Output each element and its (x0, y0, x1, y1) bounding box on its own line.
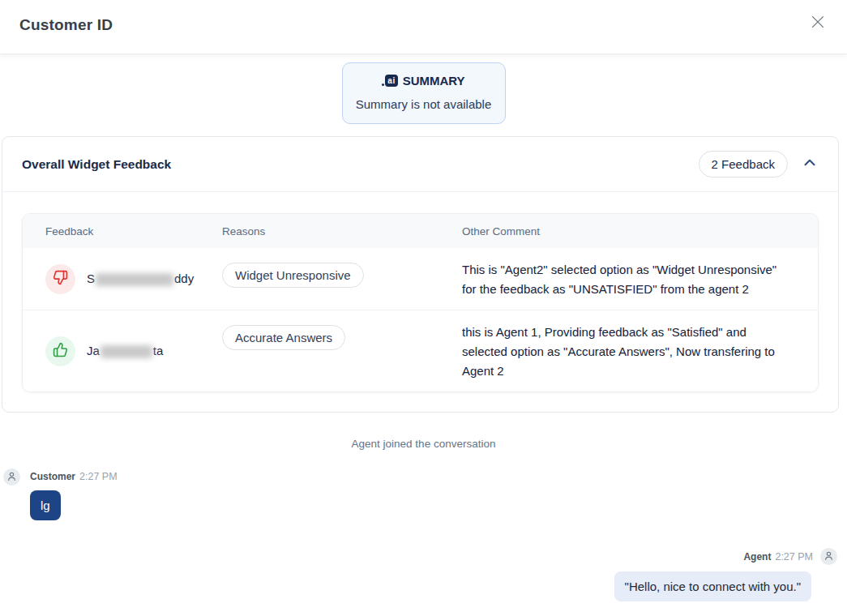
agent-message: Agent 2:27 PM "Hello, nice to connect wi… (0, 548, 847, 601)
feedback-reason-cell: Widget Unresponsive (222, 259, 462, 299)
column-header-reasons: Reasons (222, 214, 462, 248)
feedback-comment: This is "Agent2" selected option as "Wid… (462, 259, 818, 299)
summary-card: ai SUMMARY Summary is not available (342, 62, 506, 124)
customer-message-bubble: lg (30, 490, 61, 520)
ai-badge-icon: ai (382, 75, 397, 87)
message-time: 2:27 PM (775, 551, 813, 563)
feedback-reason-cell: Accurate Answers (222, 321, 462, 381)
overall-widget-feedback-panel: Overall Widget Feedback 2 Feedback Feedb… (2, 136, 839, 413)
close-button[interactable] (806, 11, 829, 34)
feedback-user-cell: Jata (23, 321, 222, 381)
thumbs-up-icon (53, 342, 68, 361)
feedback-table: Feedback Reasons Other Comment Sddy Widg… (22, 213, 819, 392)
table-row: Sddy Widget Unresponsive This is "Agent2… (23, 248, 818, 310)
agent-message-bubble: "Hello, nice to connect with you." (614, 571, 811, 601)
feedback-panel-header: Overall Widget Feedback 2 Feedback (2, 137, 838, 192)
customer-message: Customer 2:27 PM lg (3, 468, 847, 520)
feedback-count-badge: 2 Feedback (699, 151, 788, 178)
message-sender: Customer (30, 471, 75, 482)
reason-pill: Widget Unresponsive (222, 263, 364, 288)
customer-avatar (3, 468, 20, 486)
message-sender: Agent (743, 551, 771, 563)
agent-avatar (820, 548, 837, 565)
positive-sentiment-badge (45, 336, 75, 366)
collapse-button[interactable] (799, 152, 820, 176)
user-icon (6, 470, 17, 485)
feedback-panel-body: Feedback Reasons Other Comment Sddy Widg… (2, 192, 838, 412)
message-time: 2:27 PM (79, 471, 118, 482)
feedback-panel-title: Overall Widget Feedback (22, 157, 171, 172)
summary-title: ai SUMMARY (351, 74, 497, 88)
feedback-user-name: Sddy (87, 272, 194, 286)
summary-message: Summary is not available (351, 97, 497, 111)
column-header-feedback: Feedback (23, 214, 222, 248)
chevron-up-icon (801, 154, 819, 174)
feedback-user-cell: Sddy (23, 259, 222, 299)
dialog-header: Customer ID (0, 0, 847, 54)
close-icon (809, 13, 827, 33)
reason-pill: Accurate Answers (222, 325, 345, 350)
feedback-table-header: Feedback Reasons Other Comment (23, 214, 818, 248)
thumbs-down-icon (53, 270, 68, 289)
page-title: Customer ID (19, 16, 828, 34)
negative-sentiment-badge (45, 264, 75, 294)
summary-label: SUMMARY (403, 74, 465, 88)
column-header-other-comment: Other Comment (462, 214, 818, 248)
system-message: Agent joined the conversation (0, 438, 847, 450)
user-icon (823, 550, 834, 564)
redacted-name (101, 345, 152, 358)
redacted-name (96, 273, 173, 286)
feedback-user-name: Jata (87, 344, 163, 358)
feedback-comment: this is Agent 1, Providing feedback as "… (462, 321, 818, 381)
table-row: Jata Accurate Answers this is Agent 1, P… (23, 310, 818, 391)
